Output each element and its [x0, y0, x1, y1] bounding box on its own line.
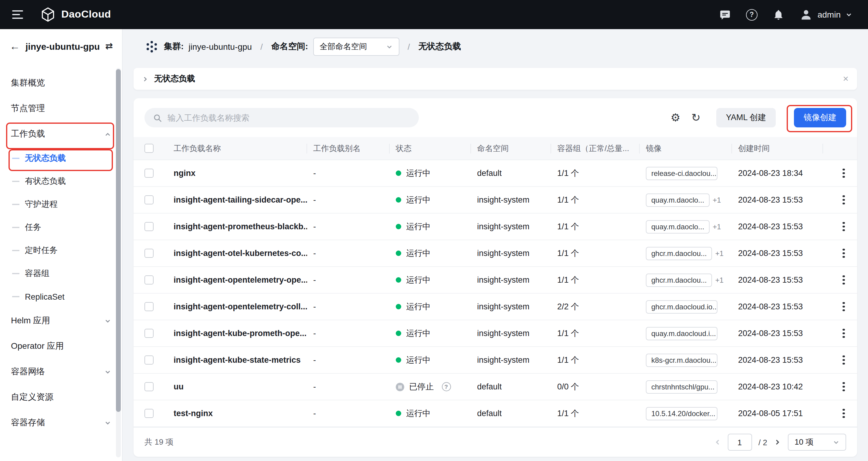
row-actions-kebab-icon[interactable]	[842, 382, 845, 392]
top-bar: DaoCloud ? admin	[0, 0, 868, 29]
row-actions-kebab-icon[interactable]	[842, 356, 845, 365]
workload-name-link[interactable]: insight-agent-otel-kubernetes-co...	[167, 249, 307, 258]
notifications-bell-icon[interactable]	[773, 9, 784, 20]
sidebar-item-helm-apps[interactable]: Helm 应用	[0, 308, 122, 334]
row-checkbox[interactable]	[145, 356, 154, 365]
sidebar-item-node-management[interactable]: 节点管理	[0, 96, 122, 121]
row-checkbox[interactable]	[145, 382, 154, 391]
row-actions-kebab-icon[interactable]	[842, 275, 845, 285]
workload-list-card: ⚙ ↻ YAML 创建 镜像创建 工作负载名称 工作负载别名 状态 命名空间 容…	[133, 98, 857, 457]
image-create-button[interactable]: 镜像创建	[794, 108, 846, 127]
help-icon[interactable]: ?	[746, 9, 757, 20]
workload-name-link[interactable]: insight-agent-kube-prometh-ope...	[167, 329, 307, 338]
status-running-dot	[396, 251, 401, 256]
sidebar: ← jinye-ubuntu-gpu ⇄ 集群概览 节点管理 工作负载 无状态负…	[0, 29, 123, 461]
settings-gear-icon[interactable]: ⚙	[671, 112, 680, 123]
status-running-dot	[396, 224, 401, 229]
created-cell: 2024-08-05 17:51	[732, 409, 823, 418]
table-header: 工作负载名称 工作负载别名 状态 命名空间 容器组（正常/总量... 镜像 创建…	[133, 137, 857, 160]
row-checkbox[interactable]	[145, 329, 154, 338]
row-actions-kebab-icon[interactable]	[842, 169, 845, 178]
image-tag: ghcr.m.daoclou...	[646, 246, 712, 260]
status-help-icon[interactable]: ?	[442, 382, 451, 391]
table-row: insight-agent-kube-prometh-ope... - 运行中 …	[133, 320, 857, 347]
image-tag: ghcr.m.daocloud.io...	[646, 300, 717, 313]
next-page-icon[interactable]	[774, 438, 781, 446]
col-header-image: 镜像	[640, 143, 732, 153]
sidebar-item-deployments[interactable]: 无状态负载	[0, 147, 122, 170]
status-running-dot	[396, 197, 401, 203]
breadcrumb: 集群: jinye-ubuntu-gpu / 命名空间: 全部命名空间 / 无状…	[123, 29, 868, 64]
created-cell: 2024-08-23 18:34	[732, 169, 823, 178]
col-header-actions	[823, 143, 857, 153]
search-input[interactable]	[167, 113, 410, 122]
namespace-cell: insight-system	[471, 222, 551, 231]
sidebar-item-replicasets[interactable]: ReplicaSet	[0, 285, 122, 308]
table-row: uu - 已停止 ? default 0/0 个 chrstnhntschl/g…	[133, 374, 857, 400]
sidebar-item-cronjobs[interactable]: 定时任务	[0, 239, 122, 262]
status-text: 运行中	[406, 168, 431, 178]
workload-name-link[interactable]: test-nginx	[167, 409, 307, 418]
sidebar-item-container-network[interactable]: 容器网络	[0, 359, 122, 385]
close-icon[interactable]: ×	[843, 74, 848, 84]
workload-alias: -	[307, 409, 390, 418]
row-actions-kebab-icon[interactable]	[842, 329, 845, 338]
yaml-create-button[interactable]: YAML 创建	[716, 108, 776, 127]
row-actions-kebab-icon[interactable]	[842, 195, 845, 205]
row-checkbox[interactable]	[145, 169, 154, 178]
workload-alias: -	[307, 169, 390, 178]
row-checkbox[interactable]	[145, 222, 154, 231]
sidebar-scrollbar-thumb[interactable]	[116, 69, 121, 412]
row-checkbox[interactable]	[145, 302, 154, 311]
namespace-select[interactable]: 全部命名空间	[313, 38, 399, 56]
username: admin	[817, 10, 841, 20]
workload-name-link[interactable]: nginx	[167, 169, 307, 178]
chevron-right-icon[interactable]	[142, 75, 149, 82]
sidebar-item-operator-apps[interactable]: Operator 应用	[0, 334, 122, 359]
sidebar-item-custom-resources[interactable]: 自定义资源	[0, 385, 122, 410]
workload-name-link[interactable]: insight-agent-kube-state-metrics	[167, 356, 307, 365]
table-row: insight-agent-tailing-sidecar-ope... - 运…	[133, 187, 857, 213]
cluster-link[interactable]: jinye-ubuntu-gpu	[188, 42, 252, 52]
messages-icon[interactable]	[719, 9, 731, 20]
workload-name-link[interactable]: insight-agent-tailing-sidecar-ope...	[167, 195, 307, 204]
page-size-select[interactable]: 10 项	[788, 434, 846, 451]
row-checkbox[interactable]	[145, 249, 154, 258]
sidebar-item-pods[interactable]: 容器组	[0, 262, 122, 285]
row-actions-kebab-icon[interactable]	[842, 302, 845, 311]
user-menu[interactable]: admin	[799, 8, 852, 21]
avatar	[799, 8, 813, 21]
workload-name-link[interactable]: insight-agent-prometheus-blackb...	[167, 222, 307, 231]
row-actions-kebab-icon[interactable]	[842, 249, 845, 258]
status-text: 运行中	[406, 221, 431, 232]
prev-page-icon[interactable]	[714, 438, 721, 446]
image-extra-count: +1	[713, 196, 721, 204]
row-actions-kebab-icon[interactable]	[842, 409, 845, 418]
back-arrow-icon[interactable]: ←	[10, 41, 20, 51]
menu-toggle-icon[interactable]	[12, 10, 23, 19]
breadcrumb-separator: /	[260, 42, 263, 52]
page-size-value: 10 项	[795, 437, 813, 448]
select-all-checkbox[interactable]	[145, 144, 154, 153]
status-running-dot	[396, 170, 401, 176]
row-actions-kebab-icon[interactable]	[842, 222, 845, 231]
search-box	[145, 108, 419, 127]
sidebar-item-daemonsets[interactable]: 守护进程	[0, 193, 122, 216]
page-number-input[interactable]	[727, 434, 752, 451]
row-checkbox[interactable]	[145, 409, 154, 418]
workload-name-link[interactable]: uu	[167, 382, 307, 391]
refresh-icon[interactable]: ↻	[691, 112, 701, 123]
sidebar-item-workloads[interactable]: 工作负载	[0, 121, 122, 147]
workload-name-link[interactable]: insight-agent-opentelemetry-coll...	[167, 302, 307, 311]
switch-cluster-icon[interactable]: ⇄	[105, 41, 113, 52]
sidebar-item-jobs[interactable]: 任务	[0, 216, 122, 239]
row-checkbox[interactable]	[145, 195, 154, 204]
created-cell: 2024-08-23 10:42	[732, 382, 823, 391]
chevron-up-icon	[104, 131, 111, 137]
sidebar-item-statefulsets[interactable]: 有状态负载	[0, 170, 122, 193]
sidebar-item-container-storage[interactable]: 容器存储	[0, 410, 122, 435]
sidebar-item-cluster-overview[interactable]: 集群概览	[0, 70, 122, 96]
workload-name-link[interactable]: insight-agent-opentelemetry-ope...	[167, 275, 307, 285]
row-checkbox[interactable]	[145, 275, 154, 285]
brand: DaoCloud	[40, 7, 111, 23]
